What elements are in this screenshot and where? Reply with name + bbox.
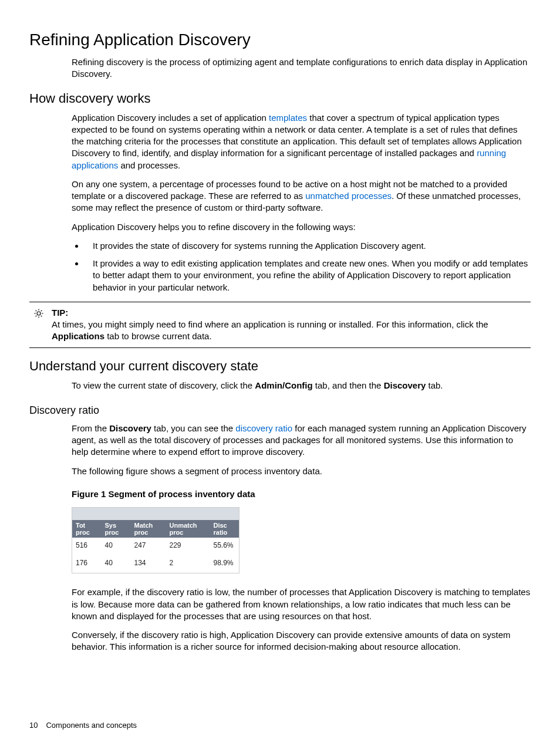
- tip-content: TIP: At times, you might simply need to …: [48, 307, 531, 343]
- how-paragraph-3: Application Discovery helps you to refin…: [72, 221, 531, 233]
- cell: 40: [102, 538, 131, 555]
- figure-caption: Figure 1 Segment of process inventory da…: [72, 489, 531, 499]
- text: tab, you can see the: [151, 423, 235, 433]
- tip-bold-applications: Applications: [52, 331, 104, 341]
- bold-admin-config: Admin/Config: [255, 380, 312, 390]
- text: From the: [72, 423, 109, 433]
- table-blank-header: [72, 507, 239, 520]
- cell: 134: [131, 555, 166, 573]
- page: Refining Application Discovery Refining …: [0, 0, 560, 746]
- ratio-paragraph-1: From the Discovery tab, you can see the …: [72, 423, 531, 458]
- col-header-tot-proc: Totproc: [72, 520, 102, 538]
- tip-text: At times, you might simply need to find …: [52, 319, 488, 329]
- list-item: It provides a way to edit existing appli…: [85, 258, 531, 293]
- intro-paragraph: Refining discovery is the process of opt…: [72, 56, 531, 80]
- footer-section: Components and concepts: [46, 721, 137, 730]
- cell: 2: [166, 555, 210, 573]
- understand-block: To view the current state of discovery, …: [72, 380, 531, 391]
- cell: 247: [131, 538, 166, 555]
- svg-point-0: [37, 312, 41, 315]
- bold-discovery: Discovery: [109, 423, 151, 433]
- understand-paragraph: To view the current state of discovery, …: [72, 380, 531, 391]
- col-header-unmatch-proc: Unmatchproc: [166, 520, 210, 538]
- cell: 176: [72, 555, 102, 573]
- tip-label: TIP:: [52, 308, 68, 318]
- cell: 229: [166, 538, 210, 555]
- svg-line-6: [41, 316, 42, 317]
- tip-callout: TIP: At times, you might simply need to …: [29, 302, 531, 348]
- cell: 55.6%: [210, 538, 239, 555]
- table-row: 516 40 247 229 55.6%: [72, 538, 239, 555]
- col-header-sys-proc: Sysproc: [102, 520, 131, 538]
- page-footer: 10Components and concepts: [29, 721, 137, 730]
- heading-refining: Refining Application Discovery: [29, 31, 531, 49]
- list-item: It provides the state of discovery for s…: [85, 240, 531, 252]
- lightbulb-icon: [33, 308, 44, 319]
- tip-icon: [29, 307, 48, 321]
- after-paragraph-2: Conversely, if the discovery ratio is hi…: [72, 629, 531, 653]
- table-header-row: Totproc Sysproc Matchproc Unmatchproc Di…: [72, 520, 239, 538]
- heading-understand-state: Understand your current discovery state: [29, 359, 531, 374]
- text: tab, and then the: [313, 380, 384, 390]
- how-paragraph-2: On any one system, a percentage of proce…: [72, 178, 531, 214]
- after-paragraph-1: For example, if the discovery ratio is l…: [72, 586, 531, 622]
- how-block: Application Discovery includes a set of …: [72, 112, 531, 293]
- ratio-block: From the Discovery tab, you can see the …: [72, 423, 531, 653]
- page-number: 10: [29, 721, 38, 730]
- svg-line-8: [41, 310, 42, 311]
- link-discovery-ratio[interactable]: discovery ratio: [235, 423, 292, 433]
- cell: 516: [72, 538, 102, 555]
- text: Application Discovery includes a set of …: [72, 113, 269, 123]
- link-templates[interactable]: templates: [269, 113, 307, 123]
- intro-block: Refining discovery is the process of opt…: [72, 56, 531, 80]
- table-row: 176 40 134 2 98.9%: [72, 555, 239, 573]
- text: To view the current state of discovery, …: [72, 380, 255, 390]
- ratio-paragraph-2: The following figure shows a segment of …: [72, 465, 531, 477]
- link-unmatched-processes[interactable]: unmatched processes: [305, 191, 392, 201]
- text: tab.: [426, 380, 443, 390]
- how-bullet-list: It provides the state of discovery for s…: [72, 240, 531, 293]
- text: and processes.: [118, 160, 180, 170]
- cell: 40: [102, 555, 131, 573]
- cell: 98.9%: [210, 555, 239, 573]
- svg-line-5: [36, 310, 37, 311]
- heading-how-discovery-works: How discovery works: [29, 91, 531, 106]
- process-inventory-table: Totproc Sysproc Matchproc Unmatchproc Di…: [72, 507, 239, 574]
- col-header-match-proc: Matchproc: [131, 520, 166, 538]
- heading-discovery-ratio: Discovery ratio: [29, 404, 531, 417]
- svg-line-7: [36, 316, 37, 317]
- how-paragraph-1: Application Discovery includes a set of …: [72, 112, 531, 171]
- bold-discovery-tab: Discovery: [384, 380, 426, 390]
- tip-text: tab to browse current data.: [104, 331, 212, 341]
- col-header-disc-ratio: Discratio: [210, 520, 239, 538]
